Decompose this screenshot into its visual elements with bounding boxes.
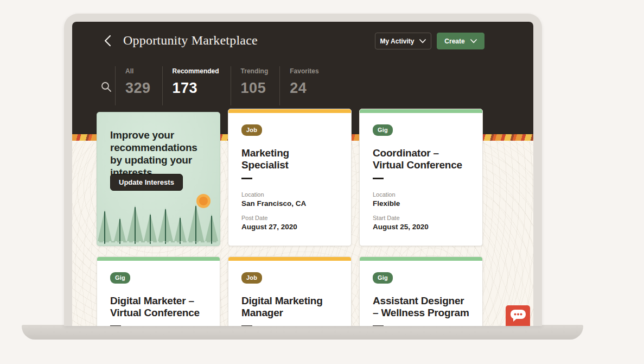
tab-favorites[interactable]: Favorites 24 — [279, 66, 330, 105]
tab-label: Recommended — [173, 67, 219, 75]
create-label: Create — [444, 37, 464, 45]
gig-badge: Gig — [110, 272, 130, 284]
card-accent-bar — [360, 109, 482, 113]
card-meta: Location San Francisco, CA Post Date Aug… — [241, 191, 306, 231]
card-body: Job Digital Marketing Manager — [228, 261, 351, 326]
search-button[interactable] — [100, 81, 112, 93]
chevron-left-icon — [104, 35, 111, 48]
opportunity-card-assistant-designer[interactable]: Gig Assistant Designer – Wellness Progra… — [359, 256, 483, 326]
date-label: Post Date — [241, 215, 306, 221]
card-body: Gig Digital Marketer – Virtual Conferenc… — [97, 261, 220, 326]
speech-bubble-icon — [510, 309, 526, 324]
chat-widget-button[interactable] — [506, 305, 530, 326]
title-dash — [110, 325, 121, 326]
update-interests-promo-card: Improve your recommendations by updating… — [97, 112, 220, 246]
date-value: August 25, 2020 — [373, 223, 429, 231]
tab-all[interactable]: All 329 — [115, 66, 162, 105]
job-badge: Job — [241, 272, 262, 284]
laptop-base — [22, 325, 583, 340]
location-value: San Francisco, CA — [241, 199, 306, 208]
tab-trending[interactable]: Trending 105 — [231, 66, 280, 105]
create-button[interactable]: Create — [437, 33, 484, 49]
title-dash — [373, 325, 384, 326]
card-title: Coordinator – Virtual Conference — [373, 147, 469, 171]
title-dash — [373, 178, 384, 179]
card-title: Assistant Designer – Wellness Program — [373, 295, 469, 319]
tab-recommended[interactable]: Recommended 173 — [162, 66, 231, 105]
tab-label: All — [125, 67, 151, 75]
card-accent-bar — [97, 257, 220, 261]
tab-count: 24 — [290, 80, 318, 97]
laptop-bezel: Opportunity Marketplace My Activity Crea… — [64, 14, 542, 326]
gig-badge: Gig — [373, 272, 393, 284]
gig-badge: Gig — [373, 124, 393, 136]
header-top-row: Opportunity Marketplace My Activity Crea… — [72, 33, 533, 51]
card-title: Marketing Specialist — [241, 147, 338, 171]
back-button[interactable] — [100, 34, 114, 49]
tab-count: 173 — [173, 80, 219, 97]
tab-label: Trending — [241, 67, 269, 75]
my-activity-button[interactable]: My Activity — [375, 33, 431, 49]
tab-bar: All 329 Recommended 173 Trending 105 F — [115, 66, 330, 105]
chevron-down-icon — [470, 37, 477, 45]
my-activity-label: My Activity — [380, 37, 415, 45]
title-dash — [241, 325, 252, 326]
card-body: Job Marketing Specialist — [228, 113, 351, 179]
search-icon — [101, 86, 112, 94]
app-screen: Opportunity Marketplace My Activity Crea… — [72, 22, 533, 326]
card-title: Digital Marketer – Virtual Conference — [110, 295, 207, 319]
location-label: Location — [241, 191, 306, 198]
job-badge: Job — [241, 124, 262, 136]
tab-label: Favorites — [290, 67, 318, 75]
opportunity-card-digital-marketer[interactable]: Gig Digital Marketer – Virtual Conferenc… — [97, 256, 220, 326]
opportunity-cards-grid: Improve your recommendations by updating… — [97, 109, 483, 326]
tabs-row: All 329 Recommended 173 Trending 105 F — [72, 66, 533, 105]
card-accent-bar — [228, 109, 351, 113]
page-background: Opportunity Marketplace My Activity Crea… — [0, 0, 644, 364]
date-group: Post Date August 27, 2020 — [241, 215, 306, 231]
date-value: August 27, 2020 — [241, 223, 306, 231]
chevron-down-icon — [419, 37, 426, 45]
date-group: Start Date August 25, 2020 — [373, 215, 429, 231]
location-group: Location Flexible — [373, 191, 429, 208]
promo-title: Improve your recommendations by updating… — [110, 129, 207, 179]
date-label: Start Date — [373, 215, 429, 221]
opportunity-card-digital-marketing-manager[interactable]: Job Digital Marketing Manager — [228, 256, 352, 326]
page-title: Opportunity Marketplace — [123, 33, 258, 48]
opportunity-card-coordinator-virtual-conference[interactable]: Gig Coordinator – Virtual Conference Loc… — [359, 109, 483, 246]
tab-count: 105 — [241, 80, 269, 97]
pine-trees-sun-illustration — [97, 185, 220, 246]
card-accent-bar — [360, 257, 482, 261]
title-dash — [241, 178, 252, 179]
location-label: Location — [373, 191, 429, 198]
card-meta: Location Flexible Start Date August 25, … — [373, 191, 429, 231]
tab-count: 329 — [125, 80, 151, 97]
location-group: Location San Francisco, CA — [241, 191, 306, 208]
card-title: Digital Marketing Manager — [241, 295, 338, 319]
card-accent-bar — [228, 257, 351, 261]
card-body: Gig Coordinator – Virtual Conference — [360, 113, 482, 179]
opportunity-card-marketing-specialist[interactable]: Job Marketing Specialist Location San Fr… — [228, 109, 352, 246]
location-value: Flexible — [373, 199, 429, 208]
card-body: Gig Assistant Designer – Wellness Progra… — [360, 261, 482, 326]
